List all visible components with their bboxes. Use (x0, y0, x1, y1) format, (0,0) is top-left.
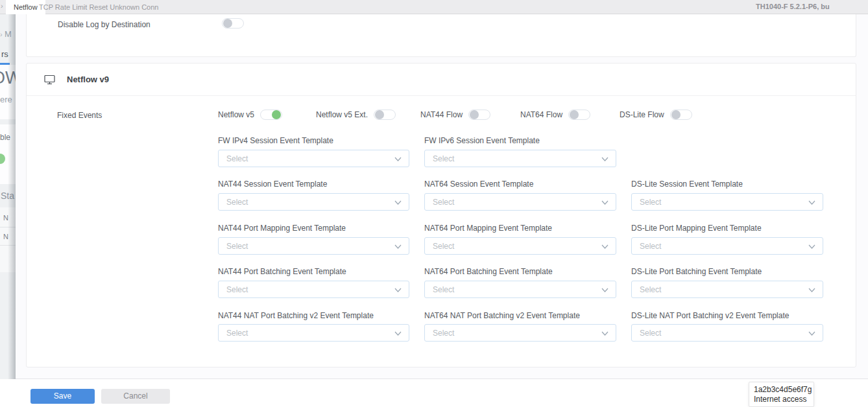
netflow-v5-ext-label: Netflow v5 Ext. (316, 110, 368, 119)
netflow-v9-card: Netflow v9 (26, 63, 856, 367)
select-placeholder: Select (226, 285, 248, 294)
nat64-session-event-template-label: NAT64 Session Event Template (424, 180, 533, 189)
select-placeholder: Select (433, 329, 454, 338)
device-info: TH1040-F 5.2.1-P6, bu (756, 3, 830, 10)
network-status: Internet access (754, 395, 814, 404)
chevron-down-icon (808, 200, 815, 205)
chevron-down-icon (394, 244, 402, 249)
select-placeholder: Select (640, 285, 661, 294)
chevron-down-icon (808, 331, 815, 336)
netflow-v5-ext-toggle-group: Netflow v5 Ext. (316, 110, 396, 120)
ds-lite-session-event-template-label: DS-Lite Session Event Template (631, 180, 743, 189)
ds-lite-nat-port-batching-v2-event-template-label: DS-Lite NAT Port Batching v2 Event Templ… (631, 311, 789, 320)
select-placeholder: Select (226, 329, 248, 338)
select-placeholder: Select (433, 285, 454, 294)
nat44-port-mapping-event-template-select[interactable]: Select (218, 237, 409, 255)
ds-lite-port-mapping-event-template-label: DS-Lite Port Mapping Event Template (631, 224, 762, 233)
chevron-down-icon (601, 200, 609, 205)
drawer-edge-shadow (8, 14, 16, 407)
netflow-v5-label: Netflow v5 (218, 110, 254, 119)
chevron-down-icon (601, 288, 609, 292)
save-button[interactable]: Save (30, 389, 95, 404)
nat64-port-mapping-event-template-select[interactable]: Select (424, 237, 616, 255)
nat44-nat-port-batching-v2-event-template-label: NAT44 NAT Port Batching v2 Event Templat… (218, 311, 374, 320)
chevron-down-icon (601, 244, 609, 249)
cancel-button[interactable]: Cancel (101, 389, 170, 404)
ds-lite-port-batching-event-template-select[interactable]: Select (631, 281, 823, 298)
select-placeholder: Select (226, 154, 248, 163)
nat64-nat-port-batching-v2-event-template-select[interactable]: Select (424, 324, 616, 342)
disable-log-by-destination-label: Disable Log by Destination (58, 20, 151, 29)
chevron-down-icon (394, 157, 402, 161)
nat64-port-batching-event-template-select[interactable]: Select (424, 281, 616, 298)
toggle-knob (671, 110, 681, 119)
chevron-right-icon: › (0, 30, 3, 38)
toggle-knob (375, 110, 384, 119)
disable-log-by-destination-toggle[interactable] (222, 18, 244, 29)
nat44-session-event-template-label: NAT44 Session Event Template (218, 180, 327, 189)
nat64-port-mapping-event-template-label: NAT64 Port Mapping Event Template (424, 224, 552, 233)
select-placeholder: Select (433, 242, 454, 251)
select-placeholder: Select (226, 242, 248, 251)
netflow-v5-ext-toggle[interactable] (374, 110, 396, 120)
select-placeholder: Select (433, 198, 454, 207)
ds-lite-flow-toggle[interactable] (670, 110, 692, 120)
nat44-port-batching-event-template-label: NAT44 Port Batching Event Template (218, 267, 346, 276)
ds-lite-flow-toggle-group: DS-Lite Flow (620, 110, 692, 120)
chevron-down-icon (394, 200, 402, 205)
netflow-v9-title: Netflow v9 (67, 75, 109, 84)
nat64-session-event-template-select[interactable]: Select (424, 193, 616, 211)
nat44-port-batching-event-template-select[interactable]: Select (218, 281, 409, 298)
ds-lite-session-event-template-select[interactable]: Select (631, 193, 823, 211)
screen: › M rs OW ere ble Sta N N › Netflow TCP … (0, 0, 868, 407)
ds-lite-port-batching-event-template-label: DS-Lite Port Batching Event Template (631, 267, 762, 276)
nat44-flow-label: NAT44 Flow (420, 110, 463, 119)
ds-lite-port-mapping-event-template-select[interactable]: Select (631, 237, 823, 255)
network-name: 1a2b3c4d5e6f7g (754, 385, 814, 395)
nat44-nat-port-batching-v2-event-template-select[interactable]: Select (218, 324, 409, 342)
nat44-session-event-template-select[interactable]: Select (218, 193, 409, 211)
netflow-v9-header: Netflow v9 (27, 64, 856, 96)
footer-divider (16, 378, 868, 379)
fw-ipv6-session-event-template-select[interactable]: Select (424, 150, 616, 167)
chevron-down-icon (394, 288, 402, 292)
ds-lite-flow-label: DS-Lite Flow (620, 110, 664, 119)
fixed-events-label: Fixed Events (57, 111, 102, 120)
netflow-v5-toggle[interactable] (260, 110, 282, 120)
tab-overflow-icon[interactable]: › (1, 2, 3, 10)
fw-ipv4-session-event-template-label: FW IPv4 Session Event Template (218, 136, 333, 145)
netflow-v5-toggle-group: Netflow v5 (218, 110, 282, 120)
network-tooltip: 1a2b3c4d5e6f7g Internet access (749, 382, 814, 407)
monitor-icon (44, 75, 55, 85)
tab-bar: › Netflow TCP Rate Limit Reset Unknown C… (0, 0, 868, 14)
tab-tcp-rate-limit-reset-unknown-conn[interactable]: TCP Rate Limit Reset Unknown Conn (31, 0, 166, 14)
select-placeholder: Select (640, 198, 661, 207)
toggle-knob (570, 110, 579, 119)
nat64-flow-label: NAT64 Flow (520, 110, 562, 119)
chevron-down-icon (808, 288, 815, 292)
chevron-down-icon (601, 157, 609, 161)
nat64-nat-port-batching-v2-event-template-label: NAT64 NAT Port Batching v2 Event Templat… (424, 311, 580, 320)
chevron-down-icon (394, 331, 402, 336)
select-placeholder: Select (226, 198, 248, 207)
fw-ipv4-session-event-template-select[interactable]: Select (218, 150, 409, 167)
toggle-knob (470, 110, 479, 119)
nat64-flow-toggle[interactable] (568, 110, 590, 120)
select-placeholder: Select (640, 242, 661, 251)
chevron-down-icon (601, 331, 609, 336)
toggle-knob (223, 19, 232, 28)
nat44-port-mapping-event-template-label: NAT44 Port Mapping Event Template (218, 224, 346, 233)
select-placeholder: Select (640, 329, 661, 338)
nat64-flow-toggle-group: NAT64 Flow (520, 110, 590, 120)
select-placeholder: Select (433, 154, 454, 163)
nat44-flow-toggle[interactable] (468, 110, 490, 120)
nat64-port-batching-event-template-label: NAT64 Port Batching Event Template (424, 267, 553, 276)
chevron-down-icon (808, 244, 815, 249)
ds-lite-nat-port-batching-v2-event-template-select[interactable]: Select (631, 324, 823, 342)
fw-ipv6-session-event-template-label: FW IPv6 Session Event Template (424, 136, 540, 145)
general-settings-card: Disable Log by Destination (26, 14, 856, 57)
nat44-flow-toggle-group: NAT44 Flow (420, 110, 490, 120)
toggle-knob (272, 110, 281, 119)
